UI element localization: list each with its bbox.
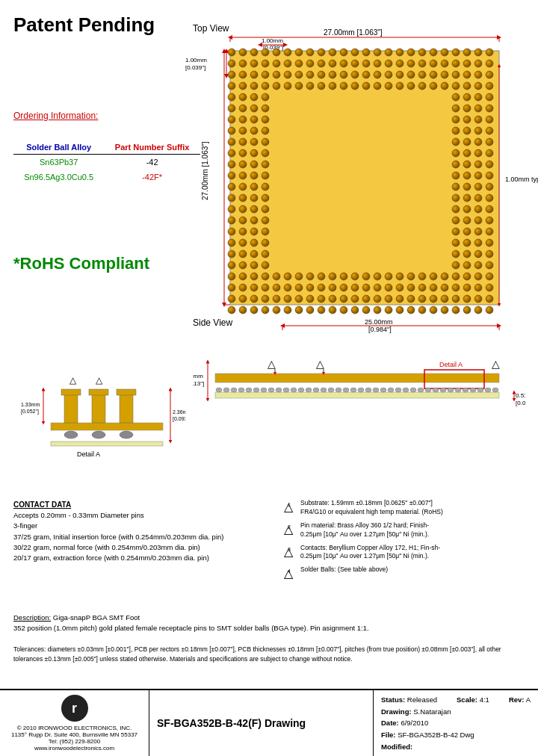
svg-point-256	[306, 273, 314, 280]
svg-point-115	[430, 82, 437, 90]
svg-point-153	[228, 138, 235, 146]
footer-logo-section: r © 2010 IRONWOOD ELECTRONICS, INC. 1135…	[0, 690, 149, 756]
rev-value: A	[526, 695, 531, 704]
svg-point-283	[340, 284, 347, 291]
svg-point-336	[396, 306, 404, 314]
svg-point-409	[433, 388, 439, 392]
svg-point-272	[486, 273, 493, 280]
warnings-section: △1 Substrate: 1.59mm ±0.18mm [0.0625" ±0…	[284, 499, 523, 583]
svg-point-292	[441, 284, 448, 291]
svg-point-264	[396, 273, 404, 280]
svg-point-96	[486, 71, 493, 78]
patent-title: Patent Pending	[13, 13, 155, 37]
svg-point-198	[463, 194, 471, 202]
svg-point-72	[486, 60, 493, 67]
svg-point-293	[452, 284, 460, 291]
svg-point-42	[418, 49, 426, 56]
svg-point-92	[441, 71, 448, 78]
svg-point-141	[452, 116, 460, 123]
svg-point-275	[250, 284, 258, 291]
svg-point-331	[340, 306, 347, 314]
svg-point-407	[418, 388, 424, 392]
svg-text:1.33mm: 1.33mm	[21, 402, 40, 407]
rev-label: Rev:	[509, 695, 525, 704]
svg-point-324	[262, 306, 269, 314]
svg-point-244	[262, 261, 269, 269]
contact-line-2: 3-finger	[13, 521, 260, 531]
svg-point-259	[340, 273, 347, 280]
svg-point-220	[262, 228, 269, 235]
svg-point-214	[463, 217, 471, 224]
svg-point-204	[262, 205, 269, 213]
svg-point-401	[373, 388, 379, 392]
svg-point-150	[463, 127, 471, 134]
svg-point-342	[463, 306, 471, 314]
svg-point-273	[228, 284, 235, 291]
svg-rect-350	[89, 389, 108, 395]
svg-point-166	[463, 149, 471, 157]
svg-point-121	[228, 93, 235, 101]
svg-point-232	[486, 239, 493, 247]
svg-point-289	[407, 284, 415, 291]
svg-point-47	[474, 49, 482, 56]
svg-point-84	[351, 71, 359, 78]
svg-point-60	[351, 60, 359, 67]
svg-point-294	[463, 284, 471, 291]
svg-point-78	[284, 71, 291, 78]
svg-point-140	[262, 116, 269, 123]
svg-point-311	[385, 295, 392, 303]
svg-point-143	[474, 116, 482, 123]
svg-point-417	[492, 388, 498, 392]
svg-point-337	[407, 306, 415, 314]
copyright: © 2010 IRONWOOD ELECTRONICS, INC.	[11, 725, 137, 731]
svg-point-43	[430, 49, 437, 56]
svg-point-413	[463, 388, 469, 392]
svg-point-335	[385, 306, 392, 314]
svg-point-83	[340, 71, 347, 78]
svg-point-38	[374, 49, 381, 56]
warning-3: Contacts: Beryllium Copper Alloy 172, H1…	[300, 544, 440, 562]
side-view-diagram: 1.33mm [0.052"] 2.36mm [0.093"] △ △ Deta…	[21, 341, 185, 460]
svg-point-63	[385, 60, 392, 67]
svg-point-390	[291, 388, 297, 392]
svg-point-333	[362, 306, 370, 314]
svg-point-49	[228, 60, 235, 67]
svg-point-223	[474, 228, 482, 235]
svg-point-313	[407, 295, 415, 303]
svg-point-225	[228, 239, 235, 247]
svg-point-46	[463, 49, 471, 56]
svg-point-270	[463, 273, 471, 280]
svg-point-216	[486, 217, 493, 224]
svg-point-169	[228, 161, 235, 168]
svg-point-77	[273, 71, 280, 78]
svg-rect-16	[260, 81, 469, 275]
svg-point-343	[474, 306, 482, 314]
drawing-value: S.Natarajan	[413, 707, 451, 716]
svg-point-261	[362, 273, 370, 280]
svg-rect-355	[51, 441, 163, 446]
svg-text:[0.039"]: [0.039"]	[185, 64, 205, 71]
svg-point-154	[239, 138, 247, 146]
svg-point-307	[340, 295, 347, 303]
svg-point-45	[452, 49, 460, 56]
svg-rect-349	[61, 389, 81, 395]
svg-text:△: △	[96, 375, 103, 385]
svg-point-389	[283, 388, 289, 392]
svg-point-236	[262, 250, 269, 258]
svg-point-102	[284, 82, 291, 90]
svg-point-218	[239, 228, 247, 235]
svg-point-67	[430, 60, 437, 67]
svg-point-94	[463, 71, 471, 78]
svg-point-142	[463, 116, 471, 123]
svg-point-323	[250, 306, 258, 314]
svg-point-107	[340, 82, 347, 90]
svg-point-383	[238, 388, 244, 392]
svg-point-340	[441, 306, 448, 314]
svg-point-26	[239, 49, 247, 56]
svg-point-71	[474, 60, 482, 67]
svg-point-120	[486, 82, 493, 90]
svg-text:27.00mm  [1.063"]: 27.00mm [1.063"]	[201, 141, 209, 200]
svg-point-397	[343, 388, 349, 392]
svg-point-290	[418, 284, 426, 291]
svg-point-411	[448, 388, 454, 392]
